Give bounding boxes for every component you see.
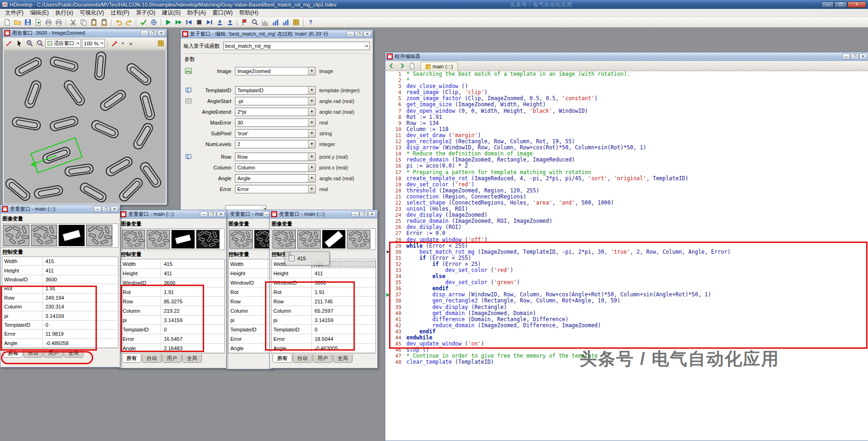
menu-file[interactable]: 文件(F) — [2, 8, 27, 17]
var-row-angle[interactable]: Angle — [228, 344, 271, 353]
var-tab-all[interactable]: 所有 — [122, 354, 141, 363]
overflow-icon[interactable]: » — [126, 39, 135, 48]
code-line-20[interactable]: 20threshold (ImageZoomed, Region, 120, 2… — [385, 188, 868, 194]
minimize-button[interactable]: — — [842, 53, 850, 59]
param-value-select[interactable]: 2▼ — [235, 140, 316, 148]
image-thumb-clips[interactable] — [86, 225, 112, 246]
maximize-button[interactable]: ❐ — [360, 211, 368, 217]
var-row-error[interactable]: Error11.9819 — [2, 330, 118, 338]
clips-image[interactable] — [4, 50, 166, 204]
var-tab-all[interactable]: 所有 — [3, 349, 23, 358]
var-row-row[interactable]: Row — [228, 297, 271, 306]
param-value-select[interactable]: ImageZoomed▼ — [235, 67, 316, 75]
code-area[interactable]: 1* Searching the best match of a templat… — [385, 71, 868, 441]
maximize-button[interactable]: ❐ — [208, 211, 216, 217]
paste-icon[interactable] — [89, 18, 98, 27]
menu-edit[interactable]: 编辑(E) — [27, 8, 52, 17]
code-line-42[interactable]: 42 reduce_domain (ImageZoomed, Differenc… — [385, 323, 868, 329]
var-row-column[interactable]: Column65.2597 — [272, 306, 375, 316]
color-dropdown-icon[interactable]: ▾ — [120, 39, 125, 48]
var-row-error[interactable]: Error18.5044 — [272, 334, 375, 344]
param-value-select[interactable]: 2*pi▼ — [235, 108, 316, 116]
var-row-width[interactable]: Width415 — [121, 259, 224, 269]
activate-line-icon[interactable] — [240, 18, 249, 27]
param-value-select[interactable]: TemplateID▼ — [235, 86, 316, 95]
code-line-31[interactable]: 31 if (Error < 255) — [385, 255, 868, 261]
menu-operators[interactable]: 算子(O) — [132, 8, 158, 17]
var-row-templateid[interactable]: TemplateID — [228, 325, 271, 334]
reset-view-icon[interactable] — [156, 39, 165, 48]
cut-icon[interactable] — [68, 18, 78, 27]
code-line-35[interactable]: 35 dev_set_color ('green') — [385, 279, 868, 286]
close-button[interactable]: ✕ — [110, 206, 118, 212]
var-row-pi[interactable]: pi — [228, 316, 271, 325]
undo-icon[interactable] — [114, 18, 123, 27]
gray-histogram-icon[interactable] — [260, 18, 270, 27]
close-button[interactable]: ✕ — [847, 1, 866, 8]
var-row-height[interactable]: Height — [228, 269, 271, 278]
param-value-select[interactable]: Error▼ — [235, 185, 316, 193]
code-line-28[interactable]: 28dev_update_window ('off') — [385, 237, 868, 243]
menu-visualization[interactable]: 可视化(V) — [76, 8, 107, 17]
var-tab-user[interactable]: 用户 — [44, 349, 63, 358]
var-row-height[interactable]: Height411 — [121, 269, 224, 278]
var-tab-global[interactable]: 全局 — [64, 349, 83, 358]
var-row-error[interactable]: Error — [228, 334, 271, 344]
redo-icon[interactable] — [124, 18, 133, 27]
minimize-button[interactable]: — — [346, 31, 354, 37]
var-row-error[interactable]: Error16.5457 — [121, 334, 224, 344]
param-value-select[interactable]: 'true'▼ — [235, 129, 316, 138]
var-tab-user[interactable]: 用户 — [162, 354, 182, 363]
var-row-row[interactable]: Row211.745 — [272, 297, 375, 306]
maximize-button[interactable]: ❐ — [149, 30, 157, 36]
code-line-30[interactable]: 30 best_match_rot_mg (ImageZoomed, Templ… — [385, 249, 868, 255]
maximize-button[interactable]: ❐ — [851, 53, 859, 59]
var-row-height[interactable]: Height411 — [2, 266, 118, 275]
stop-icon[interactable] — [194, 18, 204, 27]
var-tab-global[interactable]: 全局 — [182, 354, 202, 363]
var-tab-user[interactable]: 用户 — [313, 354, 332, 363]
feature-inspect-icon[interactable] — [281, 18, 290, 27]
var-row-templateid[interactable]: TemplateID0 — [121, 325, 224, 334]
operator-name-combobox[interactable]: best_match_rot_mg ▾ — [223, 42, 370, 50]
procedure-list-icon[interactable] — [407, 61, 417, 70]
var-tab-auto[interactable]: 自动 — [142, 354, 162, 363]
code-line-21[interactable]: 21connection (Region, ConnectedRegions) — [385, 194, 868, 200]
feature-histogram-icon[interactable] — [271, 18, 280, 27]
navigate-back-icon[interactable] — [387, 61, 396, 70]
set-draw-icon[interactable] — [4, 39, 14, 48]
var-row-width[interactable]: Width415 — [2, 257, 118, 266]
minimize-button[interactable]: — — [200, 211, 208, 217]
var-row-width[interactable]: Width — [228, 259, 271, 269]
close-button[interactable]: ✕ — [859, 53, 867, 59]
menu-suggestions[interactable]: 建议(S) — [159, 8, 184, 17]
var-row-rot[interactable]: Rot1.91 — [272, 287, 375, 297]
paste-special-icon[interactable] — [99, 18, 109, 27]
save-icon[interactable] — [23, 18, 32, 27]
image-thumb-clips[interactable] — [347, 230, 370, 249]
image-thumb-clips[interactable] — [3, 225, 29, 246]
var-row-angle[interactable]: Angle-0.463005 — [272, 344, 375, 353]
var-row-row[interactable]: Row85.3275 — [121, 297, 224, 306]
var-tab-global[interactable]: 全局 — [333, 354, 353, 363]
var-tab-auto[interactable]: 自动 — [23, 349, 43, 358]
code-line-26[interactable]: 26dev_display (ROI) — [385, 224, 868, 230]
var-row-windowid[interactable]: WindowID3600 — [121, 278, 224, 287]
var-row-pi[interactable]: pi3.14159 — [272, 316, 375, 325]
minimize-button[interactable]: — — [351, 211, 359, 217]
menu-help[interactable]: 帮助(H) — [236, 8, 262, 17]
param-value-select[interactable]: Angle▼ — [235, 174, 316, 183]
step-into-icon[interactable] — [215, 18, 224, 27]
maximize-button[interactable]: ❐ — [102, 206, 110, 212]
var-row-pi[interactable]: pi3.14159 — [2, 311, 118, 320]
minimize-button[interactable]: — — [94, 206, 102, 212]
close-button[interactable]: ✕ — [217, 211, 225, 217]
tab-main-procedure[interactable]: main (:::) — [420, 62, 458, 71]
new-file-icon[interactable] — [2, 18, 12, 27]
var-row-pi[interactable]: pi3.14159 — [121, 316, 224, 325]
code-line-9[interactable]: 9Row := 134 — [385, 120, 868, 126]
run-continue-icon[interactable] — [174, 18, 183, 27]
image-thumb-mask[interactable] — [59, 225, 85, 246]
export-icon[interactable] — [33, 18, 43, 27]
var-row-rot[interactable]: Rot — [228, 287, 271, 297]
